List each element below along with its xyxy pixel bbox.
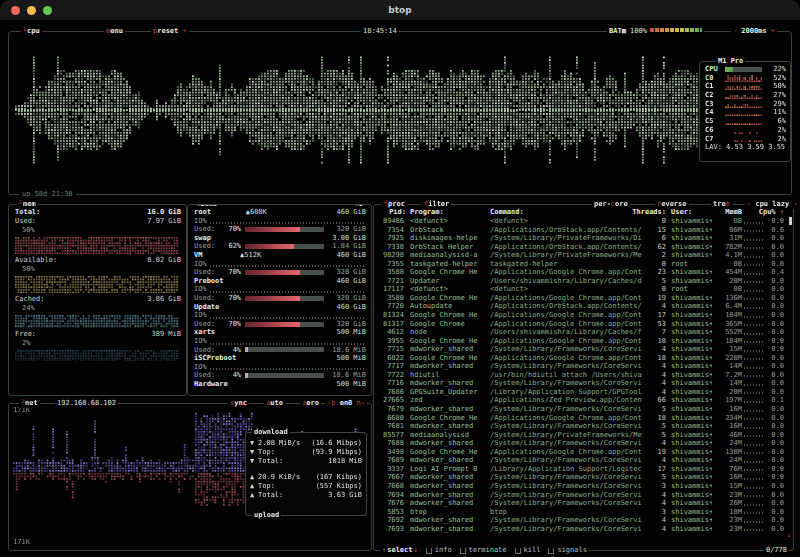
process-row[interactable]: 6680 Google Chrome He /Applications/Goog… [378, 414, 790, 423]
mem-stat-percent: 2% [15, 339, 181, 348]
disk-io-label: IO% [194, 363, 207, 372]
info-action[interactable]: info [435, 546, 452, 555]
disk-used-value: 1.84 GiB [328, 242, 366, 251]
col-threads[interactable]: Threads: [624, 208, 666, 217]
kill-action[interactable]: kill [524, 546, 541, 555]
process-row[interactable]: 7689 mdworker_shared /System/Library/Fra… [378, 456, 790, 465]
process-row[interactable]: 5853 btop btop 3 shivammis+ 18M 0.0 [378, 508, 790, 517]
process-row[interactable]: 27665 zed /Applications/Zed Preview.app/… [378, 396, 790, 405]
interval-control[interactable]: - 2000ms + [731, 27, 777, 36]
terminate-action[interactable]: terminate [469, 546, 507, 555]
process-row[interactable]: 81317 Google Chrome /Applications/Google… [378, 320, 790, 329]
process-row[interactable]: 7338 OrbStack Helper /Applications/OrbSt… [378, 243, 790, 252]
process-row[interactable]: 7722 hdiutil /usr/bin/hdiutil attach /Us… [378, 371, 790, 380]
io-mode-toggle[interactable]: io [353, 204, 365, 209]
process-row[interactable]: 3580 Google Chrome He /Applications/Goog… [378, 294, 790, 303]
process-row[interactable]: 7667 mdworker_shared /System/Library/Fra… [378, 473, 790, 482]
process-row[interactable]: 7693 mdworker_shared /System/Library/Fra… [378, 525, 790, 534]
process-mem-graph [742, 414, 766, 423]
process-row[interactable]: 7679 mdworker_shared /System/Library/Fra… [378, 405, 790, 414]
disk-io-label: IO% [194, 217, 207, 226]
disk-io-rate: ▲608K [246, 208, 267, 217]
net-sync-toggle[interactable]: sync [228, 399, 249, 408]
disk-used-meter [245, 347, 324, 352]
signals-key-icon [548, 548, 554, 554]
menu-button[interactable]: menu [104, 27, 125, 36]
sort-selector[interactable]: ‹ cpu lazy › [745, 200, 800, 209]
col-command[interactable]: Command: [490, 208, 624, 217]
process-row[interactable]: 7720 Autoupdate /Applications/OrbStack.a… [378, 302, 790, 311]
process-mem-graph [742, 405, 766, 414]
signals-action[interactable]: signals [557, 546, 587, 555]
reverse-toggle[interactable]: reverse [655, 200, 689, 209]
process-mem-graph [742, 277, 766, 286]
battery-icon: ■ [622, 27, 626, 35]
disk-entry: root▲608K460 GiB IO% Used: 70% 320 GiB [194, 208, 366, 234]
process-row[interactable]: 3498 Google Chrome He /Applications/Goog… [378, 448, 790, 457]
select-action[interactable]: select [387, 546, 412, 555]
process-row[interactable]: 85577 mediaanalysisd /System/Library/Pri… [378, 431, 790, 440]
terminate-key-icon [460, 548, 466, 554]
process-row[interactable]: 7668 mdworker_shared /System/Library/Fra… [378, 482, 790, 491]
scroll-down-icon[interactable]: ↓ [787, 531, 791, 540]
process-row[interactable]: 4612 node /Users/shivammishra/Library/Ca… [378, 328, 790, 337]
disk-used-value: 320 GiB [328, 268, 366, 277]
process-row[interactable]: 7676 mdworker_shared /System/Library/Fra… [378, 499, 790, 508]
col-cpu[interactable]: Cpu% ↑ [756, 208, 784, 217]
col-user[interactable]: User: [666, 208, 712, 217]
process-row[interactable]: 7925 diskimages-helpe /System/Library/Pr… [378, 234, 790, 243]
process-row[interactable]: 7721 Updater /Users/shivammishra/Library… [378, 277, 790, 286]
process-row[interactable]: 6822 Google Chrome He /Applications/Goog… [378, 354, 790, 363]
select-down-icon[interactable]: ↓ [414, 546, 418, 555]
process-row[interactable]: 7355 taskgated-helper taskgated-helper 0… [378, 260, 790, 269]
process-row[interactable]: 7354 OrbStack /Applications/OrbStack.app… [378, 226, 790, 235]
process-row[interactable]: 81324 Google Chrome He /Applications/Goo… [378, 311, 790, 320]
process-row[interactable]: 7692 mdworker_shared /System/Library/Fra… [378, 516, 790, 525]
process-row[interactable]: 7688 mdworker_shared /System/Library/Fra… [378, 439, 790, 448]
col-program[interactable]: Program: [406, 208, 490, 217]
disk-io-graph [210, 265, 365, 267]
disk-used-label: Used: [194, 268, 215, 277]
preset-button[interactable]: preset + [151, 27, 189, 36]
process-row[interactable]: 7715 mdworker_shared /System/Library/Fra… [378, 345, 790, 354]
core-row: C3 29% [705, 100, 786, 109]
net-box-title[interactable]: 3net [19, 399, 40, 408]
process-row[interactable]: 7694 mdworker_shared /System/Library/Fra… [378, 491, 790, 500]
disk-used-percent: 70% [215, 294, 241, 303]
disks-box-title[interactable]: disks [194, 204, 219, 209]
disk-used-percent: 70% [215, 320, 241, 329]
scrollbar-thumb[interactable] [789, 217, 792, 225]
process-row[interactable]: 3588 Google Chrome He /Applications/Goog… [378, 268, 790, 277]
cpu-model-title: M1 Pro [716, 57, 745, 66]
mem-box-title[interactable]: 2mem [17, 200, 38, 209]
core-row: C2 27% [705, 91, 786, 100]
col-mem[interactable]: MemB [712, 208, 742, 217]
process-row[interactable]: 7717 mdworker_shared /System/Library/Fra… [378, 362, 790, 371]
tree-toggle[interactable]: tree [711, 200, 732, 209]
mem-stat-label: Used: [15, 217, 36, 226]
select-up-icon[interactable]: ↑ [382, 546, 386, 555]
download-stat-row: ▼2.08 MiB/s(16.6 Mibps) [250, 439, 362, 448]
process-row[interactable]: 3337 Logi AI Prompt B /Library/Applicati… [378, 465, 790, 474]
process-row[interactable]: 7686 GPGSuite_Updater /Library/Applicati… [378, 388, 790, 397]
per-core-toggle[interactable]: per-core [592, 200, 630, 209]
process-row[interactable]: 3955 Google Chrome He /Applications/Goog… [378, 337, 790, 346]
mem-stat-value: 389 MiB [151, 330, 181, 339]
disk-io-graph [210, 222, 365, 224]
net-auto-toggle[interactable]: auto [264, 399, 285, 408]
filter-button[interactable]: filter [422, 200, 451, 209]
disk-used-meter [245, 373, 324, 378]
process-row[interactable]: 7716 mdworker_shared /System/Library/Fra… [378, 379, 790, 388]
process-row[interactable]: 98298 mediaanalysisd-a /System/Library/P… [378, 251, 790, 260]
col-pid[interactable]: Pid: [378, 208, 406, 217]
net-interface-switch[interactable]: ‹b en0 n› [325, 399, 367, 408]
process-mem-graph [742, 473, 766, 482]
btop-window: btop 1cpu menu preset + 18:45:14 BAT■ 10… [0, 0, 800, 557]
net-zero-toggle[interactable]: zero [300, 399, 321, 408]
total-cpu-row: CPU 22% [705, 65, 786, 74]
mem-stat-percent: 50% [15, 226, 181, 235]
process-row[interactable]: 89486 <defunct> <defunct> 0 shivammis+ 0… [378, 217, 790, 226]
process-row[interactable]: 7681 mdworker_shared /System/Library/Fra… [378, 422, 790, 431]
process-row[interactable]: 17117 <defunct> <defunct> 0 root 0B 0.0 [378, 285, 790, 294]
mem-usage-graph [15, 236, 179, 254]
